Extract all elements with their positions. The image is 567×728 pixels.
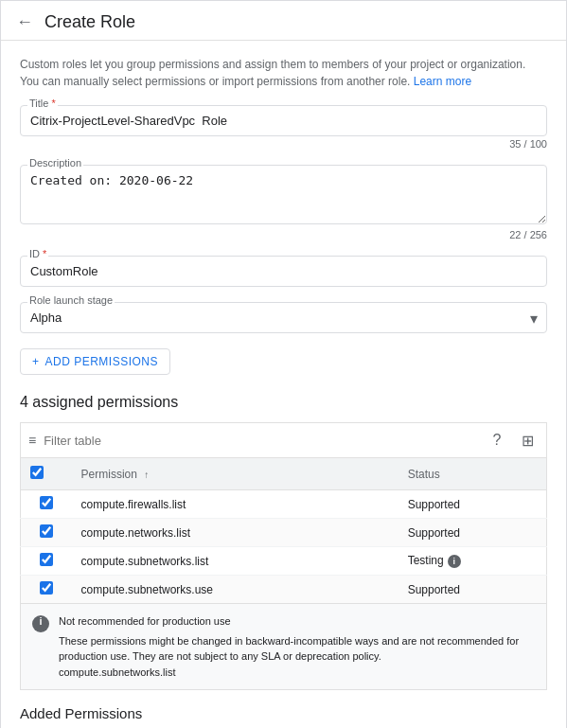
row-checkbox-cell: [21, 547, 72, 576]
row-checkbox-cell: [21, 519, 72, 547]
row-checkbox-cell: [21, 490, 72, 519]
description-textarea[interactable]: [20, 165, 547, 224]
help-button[interactable]: ?: [486, 429, 508, 452]
permissions-table: Permission ↑ Status compute.firewalls.li…: [20, 457, 547, 604]
row-permission: compute.subnetworks.use: [72, 576, 399, 604]
row-status: Supported: [399, 519, 547, 547]
id-label: ID *: [27, 248, 48, 259]
title-field-group: Title * 35 / 100: [20, 105, 547, 150]
sort-icon: ↑: [144, 470, 149, 480]
title-label: Title *: [27, 98, 58, 109]
id-input[interactable]: [20, 256, 547, 287]
warning-body: These permissions might be changed in ba…: [59, 633, 535, 665]
row-checkbox[interactable]: [40, 581, 53, 595]
launch-stage-label: Role launch stage: [27, 294, 115, 306]
learn-more-link[interactable]: Learn more: [414, 75, 471, 88]
add-permissions-label: ADD PERMISSIONS: [45, 355, 159, 368]
warning-icon: i: [32, 615, 49, 632]
row-status: Testingi: [399, 547, 547, 576]
header: ← Create Role: [1, 1, 566, 41]
row-checkbox[interactable]: [40, 524, 53, 538]
add-icon: +: [32, 355, 40, 368]
launch-stage-select[interactable]: Alpha Beta GA Disabled: [20, 302, 547, 333]
header-checkbox-col: [21, 458, 72, 490]
filter-icon: ≡: [28, 433, 36, 448]
added-permissions-title: Added Permissions: [20, 705, 547, 721]
back-button[interactable]: ←: [16, 12, 33, 32]
added-permissions-section: Added Permissions compute.firewalls.list…: [20, 705, 547, 728]
assigned-permissions-title: 4 assigned permissions: [20, 394, 547, 411]
table-row: compute.networks.list Supported: [21, 519, 547, 547]
description-label: Description: [27, 157, 83, 169]
warning-title: Not recommended for production use: [59, 613, 535, 630]
launch-stage-group: Role launch stage Alpha Beta GA Disabled…: [20, 302, 547, 333]
add-permissions-button[interactable]: + ADD PERMISSIONS: [20, 348, 170, 375]
table-row: compute.firewalls.list Supported: [21, 490, 547, 519]
description-char-count: 22 / 256: [20, 229, 547, 240]
table-toolbar: ≡ ? ⊞: [20, 422, 547, 457]
warning-box: i Not recommended for production use The…: [20, 604, 547, 690]
warning-permission: compute.subnetworks.list: [59, 665, 535, 681]
launch-stage-select-wrapper: Alpha Beta GA Disabled ▾: [20, 302, 547, 333]
row-status: Supported: [399, 576, 547, 604]
warning-text-content: Not recommended for production use These…: [59, 613, 535, 680]
description-field-group: Description 22 / 256: [20, 165, 547, 240]
header-permission-col[interactable]: Permission ↑: [72, 458, 399, 490]
permissions-tbody: compute.firewalls.list Supported compute…: [21, 490, 547, 604]
header-status-col: Status: [399, 458, 547, 490]
status-info-icon[interactable]: i: [448, 555, 461, 568]
table-row: compute.subnetworks.use Supported: [21, 576, 547, 604]
filter-input[interactable]: [44, 434, 486, 448]
row-status: Supported: [399, 490, 547, 519]
page-container: ← Create Role Custom roles let you group…: [0, 0, 567, 728]
table-row: compute.subnetworks.list Testingi: [21, 547, 547, 576]
row-checkbox[interactable]: [40, 496, 53, 509]
title-char-count: 35 / 100: [20, 138, 547, 150]
row-permission: compute.firewalls.list: [72, 490, 399, 519]
page-title: Create Role: [44, 12, 135, 32]
columns-button[interactable]: ⊞: [516, 429, 539, 452]
title-input[interactable]: [20, 105, 547, 136]
row-checkbox-cell: [21, 576, 72, 604]
table-header-row: Permission ↑ Status: [21, 458, 547, 490]
toolbar-actions: ? ⊞: [486, 429, 539, 452]
select-all-checkbox[interactable]: [30, 466, 44, 479]
row-checkbox[interactable]: [40, 553, 53, 566]
id-field-group: ID *: [20, 256, 547, 287]
description-text: Custom roles let you group permissions a…: [20, 56, 547, 90]
row-permission: compute.networks.list: [72, 519, 399, 547]
content-area: Custom roles let you group permissions a…: [1, 41, 566, 728]
row-permission: compute.subnetworks.list: [72, 547, 399, 576]
